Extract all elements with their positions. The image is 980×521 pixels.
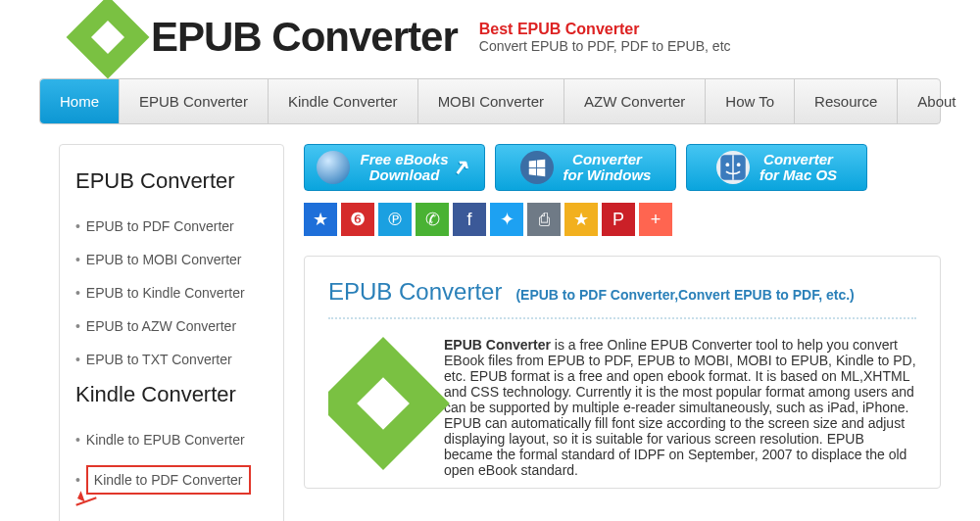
logo-icon xyxy=(67,0,150,78)
share-weibo-icon[interactable]: ❻ xyxy=(341,203,374,236)
share-qzone-icon[interactable]: ★ xyxy=(304,203,337,236)
site-name: EPUB Converter xyxy=(151,14,458,61)
slogan-subtitle: Convert EPUB to PDF, PDF to EPUB, etc xyxy=(479,38,731,54)
share-facebook-icon[interactable]: f xyxy=(453,203,486,236)
cta-windows[interactable]: Converterfor Windows xyxy=(495,144,676,191)
svg-point-2 xyxy=(737,163,741,166)
card-title: EPUB Converter xyxy=(328,278,502,306)
nav-item-home[interactable]: Home xyxy=(40,79,120,123)
nav-item-how-to[interactable]: How To xyxy=(706,79,795,123)
divider xyxy=(328,317,916,319)
cursor-icon: ↖ xyxy=(455,156,472,178)
main-content: Free eBooksDownload↖Converterfor Windows… xyxy=(304,144,941,489)
globe-icon xyxy=(317,151,350,184)
nav-item-mobi-converter[interactable]: MOBI Converter xyxy=(418,79,564,123)
share-print-icon[interactable]: ⎙ xyxy=(527,203,561,236)
share-baidu-icon[interactable]: ℗ xyxy=(378,203,412,236)
cta-label: Converterfor Windows xyxy=(564,152,652,183)
share-addfav-icon[interactable]: ★ xyxy=(564,203,598,236)
header: EPUB Converter Best EPUB Converter Conve… xyxy=(20,0,960,78)
sidebar-item-highlight[interactable]: Kindle to PDF Converter xyxy=(86,465,251,495)
sidebar-item[interactable]: EPUB to AZW Converter xyxy=(75,309,268,343)
sidebar-item[interactable]: EPUB to PDF Converter xyxy=(75,210,268,243)
svg-point-1 xyxy=(725,163,729,166)
card-subtitle: (EPUB to PDF Converter,Convert EPUB to P… xyxy=(515,287,854,303)
nav-item-kindle-converter[interactable]: Kindle Converter xyxy=(269,79,418,123)
sidebar-item[interactable]: EPUB to Kindle Converter xyxy=(75,276,268,309)
cta-globe[interactable]: Free eBooksDownload↖ xyxy=(304,144,485,191)
share-row: ★❻℗✆f✦⎙★P+ xyxy=(304,203,941,236)
nav-item-about[interactable]: About xyxy=(898,79,975,123)
sidebar-item[interactable]: EPUB to TXT Converter xyxy=(75,343,268,376)
pointer-arrow-icon xyxy=(72,495,99,508)
cta-mac[interactable]: Converterfor Mac OS xyxy=(686,144,867,191)
cta-row: Free eBooksDownload↖Converterfor Windows… xyxy=(304,144,941,191)
slogan-title: Best EPUB Converter xyxy=(479,21,731,38)
nav-item-epub-converter[interactable]: EPUB Converter xyxy=(120,79,269,123)
share-more-icon[interactable]: + xyxy=(639,203,672,236)
cta-label: Free eBooksDownload xyxy=(360,152,448,183)
share-wechat-icon[interactable]: ✆ xyxy=(416,203,449,236)
nav-item-resource[interactable]: Resource xyxy=(795,79,898,123)
nav-item-azw-converter[interactable]: AZW Converter xyxy=(564,79,706,123)
article-logo-icon xyxy=(328,337,450,470)
mac-finder-icon xyxy=(716,151,750,184)
article-body-strong: EPUB Converter xyxy=(444,337,551,353)
sidebar-section-title: EPUB Converter xyxy=(75,168,268,194)
main-nav: HomeEPUB ConverterKindle ConverterMOBI C… xyxy=(39,78,941,124)
sidebar-section-title: Kindle Converter xyxy=(75,382,268,407)
sidebar-item[interactable]: Kindle to PDF Converter xyxy=(75,456,268,520)
site-logo[interactable]: EPUB Converter xyxy=(78,8,458,67)
share-pinterest-icon[interactable]: P xyxy=(602,203,635,236)
article-body-text: is a free Online EPUB Converter tool to … xyxy=(444,337,916,478)
content-card: EPUB Converter (EPUB to PDF Converter,Co… xyxy=(304,256,941,489)
sidebar-item[interactable]: EPUB to MOBI Converter xyxy=(75,243,268,276)
cta-label: Converterfor Mac OS xyxy=(760,152,837,183)
windows-icon xyxy=(520,151,554,184)
share-twitter-icon[interactable]: ✦ xyxy=(490,203,523,236)
sidebar: EPUB ConverterEPUB to PDF ConverterEPUB … xyxy=(59,144,284,521)
slogan: Best EPUB Converter Convert EPUB to PDF,… xyxy=(479,21,731,54)
sidebar-item[interactable]: Kindle to EPUB Converter xyxy=(75,423,268,456)
